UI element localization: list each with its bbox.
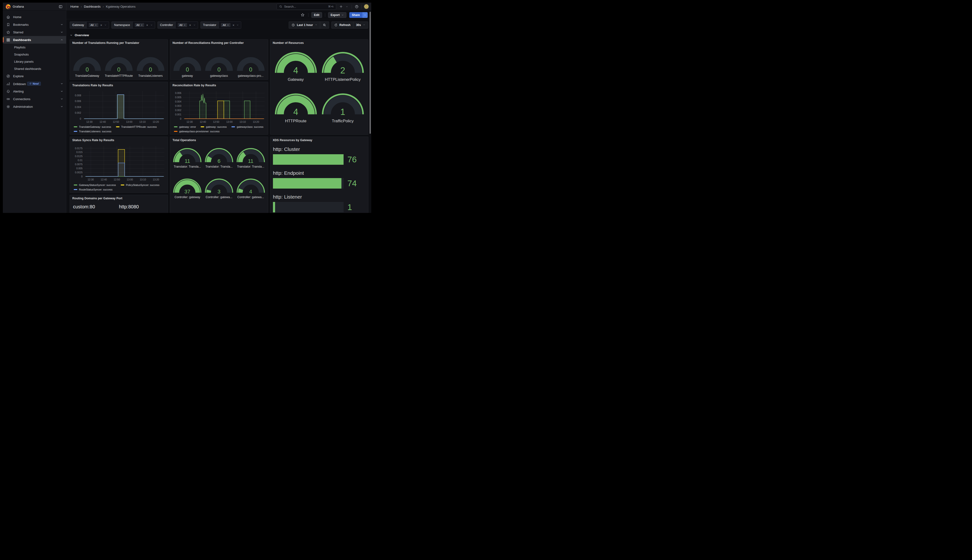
remove-value-icon[interactable]: × <box>95 24 96 27</box>
refresh-group: Refresh 30s <box>331 22 368 28</box>
gauge-translator-transla: 11 Translator: Transla... <box>172 143 203 168</box>
chevron-down-icon[interactable] <box>60 23 63 26</box>
panel-title[interactable]: Number of Translations Running per Trans… <box>70 40 168 45</box>
legend-item-translatelisteners-success[interactable]: TranslateListeners: success <box>74 130 112 133</box>
time-range-picker[interactable]: Last 1 hour <box>289 22 320 28</box>
filter-value-chip[interactable]: All× <box>178 23 187 27</box>
filter-label[interactable]: Controller <box>158 22 175 28</box>
edit-button[interactable]: Edit <box>311 12 322 18</box>
legend-item-gatewayclass-success[interactable]: gatewayclass: success <box>231 125 264 128</box>
gauge-gateway: 4 Gateway <box>272 50 319 82</box>
panel-title[interactable]: Number of Resources <box>270 40 368 45</box>
filter-values[interactable]: All× × <box>219 22 241 28</box>
svg-text:0: 0 <box>81 175 83 178</box>
breadcrumb-item-dashboards[interactable]: Dashboards <box>84 5 101 8</box>
zoom-out-button[interactable] <box>320 22 329 28</box>
export-button[interactable]: Export <box>328 12 346 18</box>
legend-item-routestatussyncer-success[interactable]: RouteStatusSyncer: success <box>74 188 113 191</box>
sidebar-item-drilldown[interactable]: Drilldown New! <box>3 80 66 87</box>
filter-translator[interactable]: Translator All× × <box>200 22 241 28</box>
filter-label[interactable]: Gateway <box>70 22 87 28</box>
legend-item-gatewayclass-provisioner-success[interactable]: gatewayclass-provisioner: success <box>174 130 219 133</box>
filter-label[interactable]: Namespace <box>112 22 133 28</box>
panel-title[interactable]: Total Operations <box>170 137 268 142</box>
svg-text:12:50: 12:50 <box>113 120 119 123</box>
sidebar-toggle-icon[interactable] <box>58 4 63 9</box>
svg-text:13:10: 13:10 <box>140 178 146 181</box>
chevron-up-icon[interactable] <box>60 38 63 41</box>
chevron-down-icon <box>363 23 365 27</box>
clear-filter-icon[interactable]: × <box>189 23 191 27</box>
sidebar-item-starred[interactable]: Starred <box>3 28 66 36</box>
time-series-chart[interactable]: 12:3012:4012:5013:0013:1013:2000.0010.00… <box>172 88 267 125</box>
refresh-button[interactable]: Refresh <box>332 22 353 28</box>
sidebar-item-home[interactable]: Home <box>3 13 66 21</box>
filter-label[interactable]: Translator <box>200 22 219 28</box>
chevron-down-icon[interactable] <box>60 31 63 33</box>
legend-color-chip <box>74 185 77 185</box>
sidebar-item-snapshots[interactable]: Snapshots <box>3 51 66 58</box>
gauge-httproute: 4 HTTPRoute <box>272 92 319 123</box>
svg-text:12:40: 12:40 <box>101 178 107 181</box>
filter-values[interactable]: All× × <box>87 22 109 28</box>
panel-title[interactable]: Routing Domains per Gateway Port <box>70 195 168 200</box>
panel-title[interactable]: Number of Reconciliations Running per Co… <box>170 40 268 45</box>
breadcrumb-item-home[interactable]: Home <box>70 5 79 8</box>
legend-item-policystatussyncer-success[interactable]: PolicyStatusSyncer: success <box>121 183 160 187</box>
share-button[interactable]: Share <box>349 12 367 18</box>
help-icon[interactable] <box>354 4 359 9</box>
legend-item-gateway-success[interactable]: gateway: success <box>200 125 227 128</box>
panel-title[interactable]: Reconciliation Rate by Results <box>170 82 268 87</box>
sidebar-item-bookmarks[interactable]: Bookmarks <box>3 21 66 28</box>
filter-namespace[interactable]: Namespace All× × <box>112 22 155 28</box>
add-new-button[interactable] <box>338 4 349 9</box>
share-menu-chevron-icon[interactable] <box>362 12 367 18</box>
user-avatar[interactable] <box>364 4 369 9</box>
chevron-down-icon[interactable] <box>60 90 63 93</box>
legend-item-gatewaystatussyncer-success[interactable]: GatewayStatusSyncer: success <box>74 183 116 187</box>
filter-values[interactable]: All× × <box>175 22 198 28</box>
time-series-chart[interactable]: 12:3012:4012:5013:0013:1013:2000.0020.00… <box>72 88 166 125</box>
filter-controller[interactable]: Controller All× × <box>157 22 198 28</box>
filter-gateway[interactable]: Gateway All× × <box>70 22 109 28</box>
chevron-down-icon[interactable] <box>60 105 63 108</box>
remove-value-icon[interactable]: × <box>227 24 229 27</box>
sidebar-item-administration[interactable]: Administration <box>3 103 66 110</box>
remove-value-icon[interactable]: × <box>141 24 142 27</box>
panel-title[interactable]: Status Syncs Rate by Results <box>70 137 168 142</box>
panel-title[interactable]: XDS Resources by Gateway <box>270 137 368 142</box>
sidebar-item-playlists[interactable]: Playlists <box>3 43 66 51</box>
clear-filter-icon[interactable]: × <box>233 23 234 27</box>
filter-values[interactable]: All× × <box>133 22 155 28</box>
chevron-down-icon[interactable] <box>60 82 63 85</box>
remove-value-icon[interactable]: × <box>184 24 185 27</box>
search-input[interactable]: Search... ⌘+k <box>277 3 336 10</box>
panel-title[interactable]: Translations Rate by Results <box>70 82 168 87</box>
filter-value-chip[interactable]: All× <box>135 23 144 27</box>
sidebar-item-library-panels[interactable]: Library panels <box>3 58 66 65</box>
clear-filter-icon[interactable]: × <box>100 23 102 27</box>
legend-item-translategateway-success[interactable]: TranslateGateway: success <box>74 125 111 128</box>
time-series-chart[interactable]: 12:3012:4012:5013:0013:1013:2000.00250.0… <box>72 143 166 182</box>
refresh-interval-picker[interactable]: 30s <box>353 22 368 28</box>
sidebar-header: Grafana <box>3 3 66 10</box>
legend-label: gatewayclass-provisioner: success <box>179 130 219 133</box>
row-overview-toggle[interactable]: Overview <box>70 33 89 37</box>
favorite-star-icon[interactable] <box>300 12 306 18</box>
filter-value-chip[interactable]: All× <box>89 23 98 27</box>
legend-item-gateway-error[interactable]: gateway: error <box>174 125 196 128</box>
sidebar-item-dashboards[interactable]: Dashboards <box>3 36 66 43</box>
sidebar-item-connections[interactable]: Connections <box>3 95 66 103</box>
legend-color-chip <box>174 127 177 127</box>
clear-filter-icon[interactable]: × <box>146 23 148 27</box>
sidebar-item-shared-dashboards[interactable]: Shared dashboards <box>3 65 66 72</box>
sidebar-item-explore[interactable]: Explore <box>3 72 66 80</box>
filter-value-chip[interactable]: All× <box>221 23 230 27</box>
bar-gauge-http-listener: http: Listener 1 <box>273 194 366 212</box>
chevron-down-icon[interactable] <box>60 98 63 100</box>
sidebar-item-alerting[interactable]: Alerting <box>3 87 66 95</box>
gauge-controller-gatewa: 4 Controller: gatewa... <box>235 174 267 199</box>
scrollbar-thumb[interactable] <box>369 12 371 134</box>
legend-item-translatehttproute-success[interactable]: TranslateHTTPRoute: success <box>116 125 157 128</box>
drilldown-icon <box>6 82 10 86</box>
